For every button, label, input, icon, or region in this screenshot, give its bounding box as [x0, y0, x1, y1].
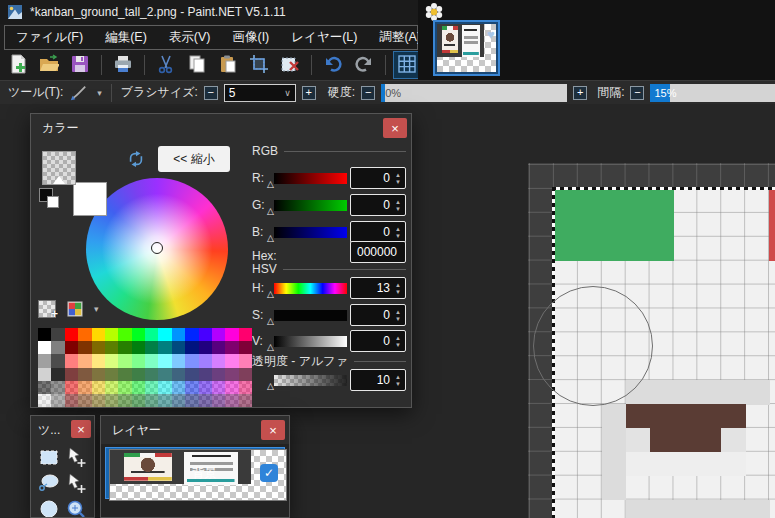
palette-swatch[interactable]: [225, 328, 238, 341]
palette-swatch[interactable]: [65, 394, 78, 407]
deselect-button[interactable]: [276, 51, 304, 79]
palette-swatch[interactable]: [158, 381, 171, 394]
print-button[interactable]: [109, 51, 137, 79]
palette-swatch[interactable]: [172, 354, 185, 367]
palette-swatch[interactable]: [172, 368, 185, 381]
spinner-up-icon[interactable]: ▲: [395, 199, 401, 205]
palette-swatch[interactable]: [65, 341, 78, 354]
color-wheel[interactable]: [86, 178, 228, 320]
spacing-decrease-button[interactable]: −: [630, 86, 644, 100]
green-slider-marker-icon[interactable]: △: [267, 206, 274, 216]
blue-slider[interactable]: [274, 227, 347, 238]
move-pixels-tool-button[interactable]: [63, 446, 89, 471]
palette-swatch[interactable]: [239, 328, 252, 341]
palette-swatch[interactable]: [212, 341, 225, 354]
palette-swatch[interactable]: [172, 341, 185, 354]
green-slider[interactable]: [274, 200, 347, 211]
spinner-up-icon[interactable]: ▲: [395, 172, 401, 178]
palette-swatch[interactable]: [145, 381, 158, 394]
palette-swatch[interactable]: [51, 341, 64, 354]
palette-swatch[interactable]: [38, 394, 51, 407]
palette-swatch[interactable]: [78, 341, 91, 354]
crop-button[interactable]: [245, 51, 273, 79]
menu-item-view[interactable]: 表示(V): [158, 29, 222, 46]
reset-black-white-swatch[interactable]: [39, 188, 59, 208]
secondary-color-swatch[interactable]: [73, 182, 107, 216]
spinner-down-icon[interactable]: ▼: [395, 206, 401, 212]
red-slider-marker-icon[interactable]: △: [267, 179, 274, 189]
save-button[interactable]: [66, 51, 94, 79]
palette-swatch[interactable]: [185, 368, 198, 381]
palette-swatch[interactable]: [212, 394, 225, 407]
hardness-slider[interactable]: 0%: [381, 84, 567, 102]
palette-swatch[interactable]: [51, 368, 64, 381]
add-color-icon[interactable]: +: [38, 300, 56, 318]
palette-swatch[interactable]: [65, 381, 78, 394]
palette-swatch[interactable]: [92, 381, 105, 394]
palette-swatch[interactable]: [239, 394, 252, 407]
paintbrush-tool-icon[interactable]: [69, 84, 91, 102]
palette-swatch[interactable]: [92, 368, 105, 381]
palette-swatch[interactable]: [92, 328, 105, 341]
palette-swatch[interactable]: [185, 381, 198, 394]
canvas-area[interactable]: [528, 163, 775, 518]
palette-swatch[interactable]: [65, 328, 78, 341]
spinner-up-icon[interactable]: ▲: [395, 374, 401, 380]
palette-swatch[interactable]: [172, 328, 185, 341]
color-wheel-selector[interactable]: [151, 242, 163, 254]
palette-swatch[interactable]: [172, 394, 185, 407]
palette-swatch[interactable]: [92, 394, 105, 407]
palette-swatch[interactable]: [38, 354, 51, 367]
palette-swatch[interactable]: [199, 381, 212, 394]
value-value-box[interactable]: 0▲▼: [350, 330, 406, 352]
spinner-down-icon[interactable]: ▼: [395, 316, 401, 322]
blue-value-box[interactable]: 0▲▼: [350, 221, 406, 243]
spinner-up-icon[interactable]: ▲: [395, 282, 401, 288]
green-value-box[interactable]: 0▲▼: [350, 194, 406, 216]
palette-swatch[interactable]: [65, 354, 78, 367]
palette-swatch[interactable]: [145, 394, 158, 407]
palette-swatch[interactable]: [145, 328, 158, 341]
palette-swatch[interactable]: [158, 368, 171, 381]
palette-swatch[interactable]: [51, 354, 64, 367]
palette-swatch[interactable]: [225, 341, 238, 354]
tools-window-close-button[interactable]: ×: [71, 420, 91, 438]
palette-swatch[interactable]: [78, 328, 91, 341]
hue-slider[interactable]: [274, 283, 347, 294]
ellipse-select-tool-button[interactable]: [36, 498, 62, 518]
color-window-titlebar[interactable]: カラー: [31, 114, 411, 142]
palette-swatch[interactable]: [78, 394, 91, 407]
menu-item-file[interactable]: ファイル(F): [5, 29, 94, 46]
swap-colors-icon[interactable]: [127, 150, 145, 168]
saturation-slider-marker-icon[interactable]: △: [267, 316, 274, 326]
alpha-value-box[interactable]: 10▲▼: [350, 369, 406, 391]
menu-item-edit[interactable]: 編集(E): [94, 29, 158, 46]
primary-color-swatch[interactable]: [42, 151, 76, 185]
palette-swatch[interactable]: [38, 381, 51, 394]
palette-swatch[interactable]: [225, 368, 238, 381]
palette-swatch[interactable]: [199, 394, 212, 407]
open-button[interactable]: [35, 51, 63, 79]
palette-swatch[interactable]: [105, 328, 118, 341]
palette-swatch[interactable]: [225, 354, 238, 367]
palette-swatch[interactable]: [212, 381, 225, 394]
palette-swatch[interactable]: [51, 328, 64, 341]
brush-size-decrease-button[interactable]: −: [204, 86, 218, 100]
layer-row-background[interactable]: 背景 ✓: [105, 447, 285, 499]
red-value-box[interactable]: 0▲▼: [350, 167, 406, 189]
menu-item-layers[interactable]: レイヤー(L): [280, 29, 368, 46]
copy-button[interactable]: [183, 51, 211, 79]
spinner-down-icon[interactable]: ▼: [395, 233, 401, 239]
palette-swatch[interactable]: [105, 381, 118, 394]
red-slider[interactable]: [274, 173, 347, 184]
palette-swatch[interactable]: [145, 368, 158, 381]
palette-swatch[interactable]: [158, 341, 171, 354]
palette-swatch[interactable]: [199, 341, 212, 354]
tool-dropdown-caret-icon[interactable]: ▾: [97, 88, 102, 98]
palette-swatch[interactable]: [132, 328, 145, 341]
palette-swatch[interactable]: [185, 328, 198, 341]
hex-value-box[interactable]: 000000: [350, 241, 406, 263]
palette-swatch[interactable]: [212, 328, 225, 341]
palette-swatch[interactable]: [185, 394, 198, 407]
palette-swatch[interactable]: [225, 394, 238, 407]
